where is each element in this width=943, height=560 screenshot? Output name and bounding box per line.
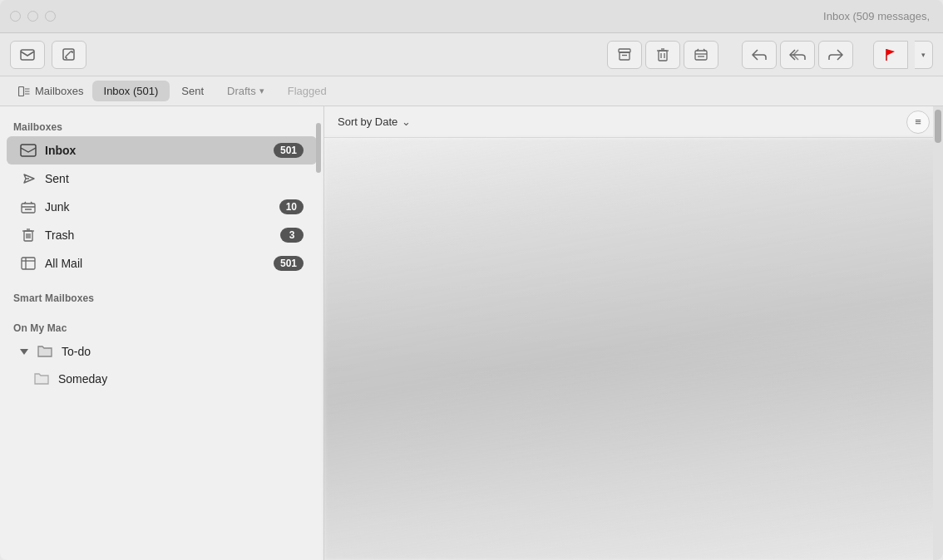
svg-rect-8 bbox=[659, 51, 667, 61]
archive-button[interactable] bbox=[607, 41, 642, 69]
forward-button[interactable] bbox=[818, 41, 853, 69]
sort-button[interactable]: Sort by Date ⌄ bbox=[338, 115, 411, 128]
trash-icon bbox=[20, 227, 37, 243]
toolbar: ▾ bbox=[0, 33, 943, 76]
sidebar-inbox-label: Inbox bbox=[45, 144, 265, 157]
flag-dropdown-button[interactable]: ▾ bbox=[915, 41, 933, 69]
filter-icon: ≡ bbox=[915, 115, 921, 128]
tab-inbox[interactable]: Inbox (501) bbox=[92, 81, 170, 101]
message-list[interactable] bbox=[324, 138, 943, 560]
sidebar-section-mailboxes: Mailboxes bbox=[0, 116, 323, 136]
svg-rect-19 bbox=[19, 86, 24, 96]
tab-mailboxes[interactable]: Mailboxes bbox=[10, 81, 92, 101]
svg-line-2 bbox=[66, 52, 71, 56]
content-scrollthumb[interactable] bbox=[935, 110, 941, 143]
sidebar-item-inbox[interactable]: Inbox 501 bbox=[7, 136, 317, 165]
traffic-lights bbox=[10, 11, 56, 22]
message-action-group bbox=[607, 41, 718, 69]
filter-button[interactable]: ≡ bbox=[906, 111, 930, 134]
sidebar-trash-label: Trash bbox=[45, 228, 272, 242]
tab-drafts[interactable]: Drafts ▾ bbox=[215, 81, 276, 101]
minimize-button[interactable] bbox=[27, 11, 38, 22]
content-toolbar: Sort by Date ⌄ ≡ bbox=[324, 106, 943, 138]
allmail-badge: 501 bbox=[274, 256, 304, 271]
window-title: Inbox (509 messages, bbox=[823, 10, 930, 22]
tab-sent[interactable]: Sent bbox=[170, 81, 215, 101]
tab-mailboxes-label: Mailboxes bbox=[35, 85, 84, 97]
sidebar-scrollbar[interactable] bbox=[315, 106, 322, 560]
sidebar-item-sent[interactable]: Sent bbox=[7, 165, 317, 193]
trash-badge: 3 bbox=[280, 228, 304, 243]
blur-overlay bbox=[324, 138, 943, 560]
reply-all-button[interactable] bbox=[780, 41, 815, 69]
drafts-chevron: ▾ bbox=[259, 86, 264, 96]
sort-label: Sort by Date bbox=[338, 115, 397, 128]
allmail-icon bbox=[20, 255, 37, 272]
titlebar: Inbox (509 messages, bbox=[0, 0, 943, 33]
todo-expand-triangle bbox=[20, 349, 28, 355]
sidebar-item-allmail[interactable]: All Mail 501 bbox=[7, 249, 317, 278]
sidebar-someday-label: Someday bbox=[58, 372, 304, 386]
delete-button[interactable] bbox=[645, 41, 680, 69]
sidebar: Mailboxes Inbox 501 Sent bbox=[0, 106, 324, 560]
new-message-button[interactable] bbox=[10, 41, 45, 69]
reply-action-group bbox=[742, 41, 853, 69]
maximize-button[interactable] bbox=[45, 11, 56, 22]
svg-rect-26 bbox=[22, 204, 35, 213]
inbox-badge: 501 bbox=[274, 143, 304, 158]
sidebar-item-junk[interactable]: Junk 10 bbox=[7, 193, 317, 221]
sidebar-scrollthumb[interactable] bbox=[316, 123, 321, 173]
compose-button[interactable] bbox=[52, 41, 86, 69]
sidebar-todo-label: To-do bbox=[62, 345, 304, 358]
sidebar-section-smart: Smart Mailboxes bbox=[0, 287, 323, 307]
todo-folder-icon bbox=[37, 343, 53, 360]
sidebar-junk-label: Junk bbox=[45, 200, 271, 214]
tabbar: Mailboxes Inbox (501) Sent Drafts ▾ Flag… bbox=[0, 76, 943, 106]
svg-rect-6 bbox=[620, 52, 629, 60]
message-list-panel: Sort by Date ⌄ ≡ bbox=[324, 106, 943, 560]
sidebar-item-todo[interactable]: To-do bbox=[7, 337, 317, 366]
svg-rect-37 bbox=[22, 258, 35, 269]
tab-flagged[interactable]: Flagged bbox=[276, 81, 338, 101]
svg-rect-0 bbox=[21, 50, 34, 60]
sidebar-item-trash[interactable]: Trash 3 bbox=[7, 221, 317, 249]
sidebar-item-someday[interactable]: Someday bbox=[7, 366, 317, 392]
junk-badge: 10 bbox=[279, 199, 304, 214]
junk-button[interactable] bbox=[684, 41, 718, 69]
content-scrollbar[interactable] bbox=[933, 106, 943, 560]
svg-rect-23 bbox=[21, 145, 36, 156]
sidebar-scrolltrack bbox=[316, 106, 321, 560]
main-layout: Mailboxes Inbox 501 Sent bbox=[0, 106, 943, 560]
sent-icon bbox=[20, 170, 37, 187]
inbox-icon bbox=[20, 142, 37, 159]
sidebar-sent-label: Sent bbox=[45, 172, 304, 185]
svg-rect-13 bbox=[695, 51, 707, 60]
sidebar-section-onmymac: On My Mac bbox=[0, 317, 323, 337]
flag-button[interactable] bbox=[873, 41, 908, 69]
reply-button[interactable] bbox=[742, 41, 777, 69]
sidebar-allmail-label: All Mail bbox=[45, 257, 265, 270]
someday-folder-icon bbox=[33, 371, 50, 387]
close-button[interactable] bbox=[10, 11, 21, 22]
junk-icon bbox=[20, 199, 37, 215]
sort-chevron: ⌄ bbox=[402, 115, 411, 128]
